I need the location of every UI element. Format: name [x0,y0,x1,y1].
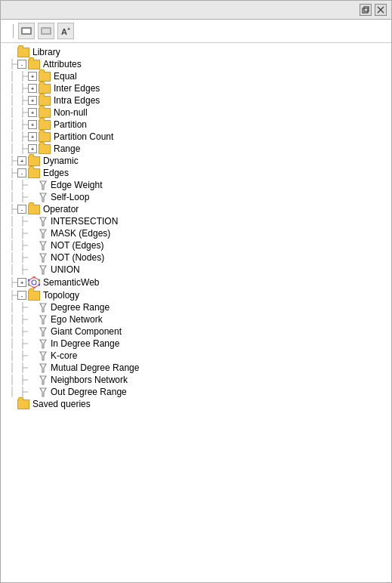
tree-item-label: Operator [43,204,79,214]
toolbar-separator [13,24,14,38]
restore-button[interactable] [360,4,372,16]
tree-item-attributes[interactable]: -Attributes [1,58,391,70]
tree-item-label: MASK (Edges) [51,228,110,239]
svg-marker-92 [40,340,46,348]
tree-content: Library -Attributes +Equal +Inter Edges … [1,43,391,582]
tree-item-operator[interactable]: -Operator [1,203,391,215]
svg-marker-80 [40,304,46,312]
filters-window: A+ Library -Attributes +Equal +Inter Edg… [0,0,392,583]
title-bar-controls [360,4,387,16]
tree-item-edge-weight[interactable]: Edge Weight [1,179,391,191]
svg-marker-96 [40,352,46,360]
tree-item-range[interactable]: +Range [1,143,391,155]
tree-item-saved-queries[interactable]: Saved queries [1,398,391,410]
svg-marker-42 [40,193,46,202]
tree-item-inter-edges[interactable]: +Inter Edges [1,82,391,94]
tree-item-non-null[interactable]: +Non-null [1,106,391,119]
toolbar-btn3[interactable]: A+ [57,23,74,39]
tree-item-label: Dynamic [43,156,79,166]
svg-marker-38 [40,181,46,190]
close-button[interactable] [375,4,387,16]
tree-item-label: Ego Network [51,314,103,325]
expand-button[interactable]: + [17,278,26,287]
collapse-button[interactable]: - [17,60,26,69]
tree-item-label: Library [32,47,60,57]
tree-item-label: SemanticWeb [43,277,99,288]
tree-item-label: Mutual Degree Range [51,362,139,373]
tree-item-giant-component[interactable]: Giant Component [1,325,391,338]
svg-marker-104 [40,376,46,384]
tree-item-neighbors-network[interactable]: Neighbors Network [1,374,391,386]
tree-item-semanticweb[interactable]: + SemanticWeb [1,276,391,289]
toolbar-btn1[interactable] [18,23,35,39]
tree-item-partition[interactable]: +Partition [1,119,391,131]
tree-item-label: Partition Count [54,131,113,142]
svg-rect-0 [363,8,368,13]
tree-item-partition-count[interactable]: +Partition Count [1,131,391,143]
tree-item-mutual-degree-range[interactable]: Mutual Degree Range [1,362,391,374]
tree-item-label: Range [54,143,80,154]
expand-button[interactable]: + [28,144,37,153]
svg-marker-108 [40,388,46,396]
tree-item-union[interactable]: UNION [1,264,391,276]
collapse-button[interactable]: - [17,205,26,214]
tree-item-topology[interactable]: -Topology [1,289,391,301]
expand-button[interactable]: + [28,132,37,141]
svg-marker-100 [40,364,46,372]
tree-item-label: Out Degree Range [51,387,127,397]
tree-item-not-edges[interactable]: NOT (Edges) [1,239,391,251]
tree-item-label: K-core [51,350,77,361]
tree-item-in-degree-range[interactable]: In Degree Range [1,338,391,350]
svg-marker-67 [29,277,39,288]
collapse-button[interactable]: - [17,291,26,300]
tree-item-out-degree-range[interactable]: Out Degree Range [1,386,391,398]
tree-item-label: UNION [51,264,80,275]
svg-marker-88 [40,328,46,336]
tree-item-ego-network[interactable]: Ego Network [1,313,391,325]
toolbar: A+ [1,20,391,43]
tree-item-label: Saved queries [32,399,91,409]
tree-item-label: Self-Loop [51,192,89,202]
tree-item-label: Intra Edges [54,95,100,106]
expand-button[interactable]: + [28,96,37,105]
tree-item-label: Attributes [43,59,82,69]
tree-item-label: NOT (Edges) [51,240,103,251]
svg-marker-60 [40,254,46,262]
expand-button[interactable]: + [28,108,37,117]
tree-item-mask-edges[interactable]: MASK (Edges) [1,227,391,239]
tree-item-label: Topology [43,290,79,301]
svg-rect-7 [42,29,50,33]
toolbar-btn2[interactable] [38,23,54,39]
tree-item-label: Neighbors Network [51,375,128,385]
svg-rect-5 [23,29,30,33]
collapse-button[interactable]: - [17,168,26,177]
tree-item-label: Partition [54,119,87,130]
svg-marker-52 [40,230,46,238]
tree-item-label: Degree Range [51,302,110,313]
svg-marker-84 [40,316,46,324]
tree-item-edges[interactable]: -Edges [1,167,391,179]
tree-item-library[interactable]: Library [1,46,391,58]
tree-item-intersection[interactable]: INTERSECTION [1,215,391,227]
svg-marker-64 [40,266,46,274]
title-bar [1,1,391,20]
tree-item-self-loop[interactable]: Self-Loop [1,191,391,203]
tree-item-label: NOT (Nodes) [51,252,104,263]
tree-item-label: Edges [43,168,69,178]
svg-point-68 [32,280,36,285]
tree-item-k-core[interactable]: K-core [1,350,391,362]
svg-marker-56 [40,242,46,250]
tree-item-intra-edges[interactable]: +Intra Edges [1,94,391,106]
tree-item-label: Edge Weight [51,180,103,190]
tree-item-label: Giant Component [51,326,122,337]
expand-button[interactable]: + [17,156,26,165]
tree-item-dynamic[interactable]: +Dynamic [1,155,391,167]
tree-item-not-nodes[interactable]: NOT (Nodes) [1,251,391,264]
expand-button[interactable]: + [28,72,37,81]
tree-item-degree-range[interactable]: Degree Range [1,301,391,313]
tree-item-label: Non-null [54,107,88,118]
tree-item-label: Equal [54,71,77,82]
tree-item-equal[interactable]: +Equal [1,70,391,82]
expand-button[interactable]: + [28,120,37,129]
expand-button[interactable]: + [28,84,37,93]
